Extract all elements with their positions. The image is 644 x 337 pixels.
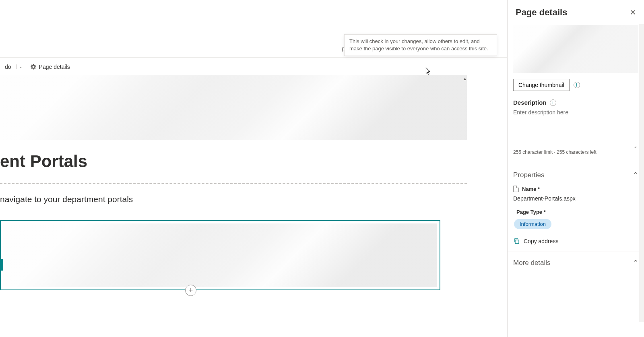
page-details-command[interactable]: Page details <box>28 62 72 72</box>
name-value[interactable]: Department-Portals.aspx <box>513 192 638 209</box>
document-icon <box>513 186 519 192</box>
close-icon[interactable]: ✕ <box>630 8 636 17</box>
copy-address-label: Copy address <box>524 238 558 244</box>
panel-title: Page details <box>516 7 567 18</box>
gear-icon <box>30 64 37 70</box>
chevron-up-icon: ⌃ <box>633 258 638 267</box>
publish-tooltip: This will check in your changes, allow o… <box>344 34 497 56</box>
page-details-label: Page details <box>39 64 70 70</box>
chevron-up-icon: ⌃ <box>633 171 638 179</box>
properties-section-header[interactable]: Properties ⌃ <box>508 164 644 186</box>
properties-label: Properties <box>513 171 544 179</box>
section-separator <box>0 183 467 184</box>
copy-icon <box>513 238 520 244</box>
page-type-pill[interactable]: Information <box>514 219 551 229</box>
webpart-handle[interactable] <box>0 259 3 271</box>
page-title[interactable]: ent Portals <box>0 152 467 171</box>
info-icon[interactable]: i <box>550 99 556 106</box>
tooltip-text: This will check in your changes, allow o… <box>349 38 488 52</box>
thumbnail-preview <box>513 25 638 73</box>
info-icon[interactable]: i <box>574 82 580 88</box>
add-webpart-button[interactable]: + <box>185 285 196 296</box>
svg-rect-0 <box>515 240 519 244</box>
chevron-down-icon[interactable]: ⌄ <box>16 64 25 69</box>
page-header-image[interactable] <box>0 75 467 140</box>
scroll-up-arrow-icon[interactable]: ▴ <box>464 76 466 81</box>
name-label: Name * <box>522 186 540 192</box>
page-type-label: Page Type * <box>513 209 638 215</box>
plus-icon: + <box>189 286 193 295</box>
more-details-label: More details <box>513 259 551 267</box>
undo-fragment[interactable]: do <box>5 64 11 70</box>
description-char-limit: 255 character limit · 255 characters lef… <box>513 149 638 161</box>
page-subtitle[interactable]: navigate to your department portals <box>0 194 467 204</box>
description-label: Description <box>513 99 547 106</box>
panel-scrollbar[interactable] <box>639 24 644 322</box>
cursor-icon <box>425 67 431 75</box>
description-input[interactable] <box>513 109 638 145</box>
more-details-section-header[interactable]: More details ⌃ <box>508 252 644 273</box>
webpart-image[interactable] <box>3 223 437 287</box>
page-canvas: ent Portals navigate to your department … <box>0 75 467 337</box>
selected-webpart[interactable]: + <box>0 220 440 290</box>
page-details-panel: Page details ✕ Change thumbnail i Descri… <box>507 0 644 337</box>
copy-address-button[interactable]: Copy address <box>513 236 638 244</box>
change-thumbnail-button[interactable]: Change thumbnail <box>513 79 570 91</box>
